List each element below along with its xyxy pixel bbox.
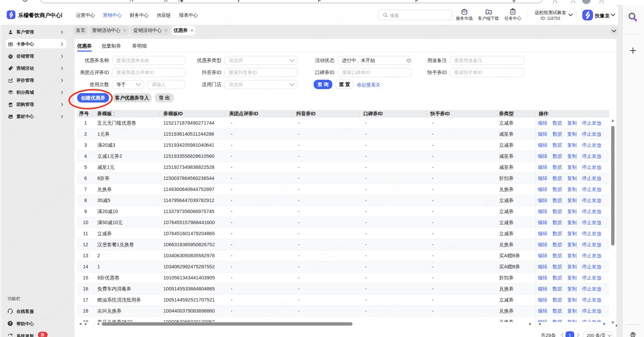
- svg-text:?: ?: [9, 321, 11, 325]
